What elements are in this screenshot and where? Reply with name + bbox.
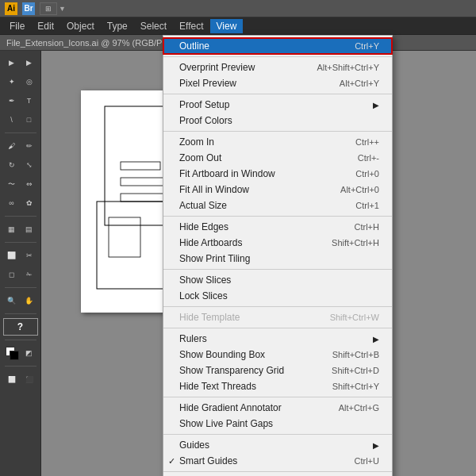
menu-show-bounding-box[interactable]: Show Bounding Box Shift+Ctrl+B — [163, 347, 392, 363]
outline-shortcut: Ctrl+Y — [355, 41, 379, 51]
hide-template-shortcut: Shift+Ctrl+W — [330, 313, 379, 322]
br-icon: Br — [22, 2, 35, 15]
menu-show-print-tiling[interactable]: Show Print Tiling — [163, 251, 392, 267]
hide-text-threads-shortcut: Shift+Ctrl+Y — [332, 382, 379, 391]
menu-pixel-preview[interactable]: Pixel Preview Alt+Ctrl+Y — [163, 75, 392, 91]
hide-artboards-shortcut: Shift+Ctrl+H — [332, 238, 379, 248]
show-slices-label: Show Slices — [179, 274, 231, 286]
smart-guides-shortcut: Ctrl+U — [355, 456, 379, 466]
fit-all-shortcut: Alt+Ctrl+0 — [340, 185, 379, 194]
fit-artboard-label: Fit Artboard in Window — [179, 168, 275, 179]
hide-artboards-label: Hide Artboards — [179, 237, 242, 248]
dropdown-overlay: Outline Ctrl+Y Overprint Preview Alt+Shi… — [0, 35, 476, 476]
menu-overprint-preview[interactable]: Overprint Preview Alt+Shift+Ctrl+Y — [163, 60, 392, 75]
zoom-in-shortcut: Ctrl++ — [355, 137, 379, 147]
menu-fit-artboard[interactable]: Fit Artboard in Window Ctrl+0 — [163, 166, 392, 182]
menu-object[interactable]: Object — [60, 19, 101, 33]
menu-hide-gradient-annotator[interactable]: Hide Gradient Annotator Alt+Ctrl+G — [163, 400, 392, 416]
sep-2 — [163, 94, 392, 94]
sep-8 — [163, 397, 392, 397]
grid-icon: ⊞ — [40, 2, 57, 15]
hide-gradient-annotator-label: Hide Gradient Annotator — [179, 402, 282, 413]
menu-smart-guides[interactable]: ✓ Smart Guides Ctrl+U — [163, 453, 392, 469]
hide-edges-label: Hide Edges — [179, 221, 228, 232]
guides-label: Guides — [179, 440, 209, 451]
hide-gradient-annotator-shortcut: Alt+Ctrl+G — [339, 403, 379, 413]
zoom-out-shortcut: Ctrl+- — [358, 153, 379, 163]
show-transparency-grid-shortcut: Shift+Ctrl+D — [332, 366, 379, 375]
menu-lock-slices[interactable]: Lock Slices — [163, 288, 392, 304]
fit-artboard-shortcut: Ctrl+0 — [355, 169, 379, 178]
menu-proof-setup[interactable]: Proof Setup ▶ — [163, 97, 392, 113]
hide-template-label: Hide Template — [179, 312, 240, 323]
menu-show-slices[interactable]: Show Slices — [163, 272, 392, 288]
menu-zoom-in[interactable]: Zoom In Ctrl++ — [163, 134, 392, 150]
proof-setup-label: Proof Setup — [179, 99, 229, 110]
proof-setup-arrow: ▶ — [373, 101, 379, 109]
menu-rulers[interactable]: Rulers ▶ — [163, 331, 392, 347]
pixel-label: Pixel Preview — [179, 78, 236, 89]
show-live-paint-gaps-label: Show Live Paint Gaps — [179, 418, 273, 429]
fit-all-label: Fit All in Window — [179, 184, 249, 195]
ai-icon: Ai — [5, 2, 17, 15]
arrow-icon: ▼ — [59, 5, 66, 13]
hide-text-threads-label: Hide Text Threads — [179, 381, 256, 392]
guides-arrow: ▶ — [373, 441, 379, 450]
menu-outline[interactable]: Outline Ctrl+Y — [163, 38, 392, 54]
smart-guides-label: Smart Guides — [179, 455, 237, 466]
sep-3 — [163, 131, 392, 132]
sep-7 — [163, 328, 392, 328]
top-bar: Ai Br ⊞ ▼ — [0, 0, 476, 17]
overprint-shortcut: Alt+Shift+Ctrl+Y — [317, 63, 379, 72]
menu-actual-size[interactable]: Actual Size Ctrl+1 — [163, 198, 392, 213]
menu-zoom-out[interactable]: Zoom Out Ctrl+- — [163, 150, 392, 166]
outline-label: Outline — [179, 40, 209, 52]
menu-hide-template: Hide Template Shift+Ctrl+W — [163, 309, 392, 325]
overprint-label: Overprint Preview — [179, 62, 255, 73]
sep-10 — [163, 471, 392, 472]
menu-select[interactable]: Select — [134, 19, 173, 33]
menu-bar: File Edit Object Type Select Effect View — [0, 17, 476, 35]
rulers-arrow: ▶ — [373, 335, 379, 344]
lock-slices-label: Lock Slices — [179, 290, 228, 301]
menu-edit[interactable]: Edit — [31, 19, 60, 33]
menu-type[interactable]: Type — [101, 19, 134, 33]
menu-hide-artboards[interactable]: Hide Artboards Shift+Ctrl+H — [163, 235, 392, 251]
pixel-shortcut: Alt+Ctrl+Y — [340, 79, 379, 88]
actual-size-shortcut: Ctrl+1 — [355, 201, 379, 210]
sep-6 — [163, 306, 392, 307]
rulers-label: Rulers — [179, 333, 207, 344]
show-bounding-box-shortcut: Shift+Ctrl+B — [332, 350, 379, 359]
menu-hide-text-threads[interactable]: Hide Text Threads Shift+Ctrl+Y — [163, 378, 392, 394]
view-dropdown-menu: Outline Ctrl+Y Overprint Preview Alt+Shi… — [163, 35, 393, 476]
show-transparency-grid-label: Show Transparency Grid — [179, 365, 284, 376]
zoom-in-label: Zoom In — [179, 136, 214, 148]
show-bounding-box-label: Show Bounding Box — [179, 349, 265, 360]
menu-proof-colors[interactable]: Proof Colors — [163, 113, 392, 129]
proof-colors-label: Proof Colors — [179, 115, 232, 126]
show-print-tiling-label: Show Print Tiling — [179, 253, 250, 264]
actual-size-label: Actual Size — [179, 200, 227, 211]
hide-edges-shortcut: Ctrl+H — [355, 222, 379, 232]
menu-guides[interactable]: Guides ▶ — [163, 437, 392, 453]
menu-fit-all[interactable]: Fit All in Window Alt+Ctrl+0 — [163, 182, 392, 198]
menu-show-transparency-grid[interactable]: Show Transparency Grid Shift+Ctrl+D — [163, 363, 392, 378]
sep-4 — [163, 216, 392, 217]
sep-1 — [163, 56, 392, 57]
menu-hide-edges[interactable]: Hide Edges Ctrl+H — [163, 219, 392, 235]
menu-show-live-paint-gaps[interactable]: Show Live Paint Gaps — [163, 416, 392, 432]
sep-5 — [163, 269, 392, 270]
menu-view[interactable]: View — [210, 19, 244, 33]
menu-effect[interactable]: Effect — [173, 19, 209, 33]
sep-9 — [163, 434, 392, 435]
menu-file[interactable]: File — [3, 19, 31, 33]
smart-guides-check: ✓ — [168, 456, 175, 466]
zoom-out-label: Zoom Out — [179, 152, 221, 163]
